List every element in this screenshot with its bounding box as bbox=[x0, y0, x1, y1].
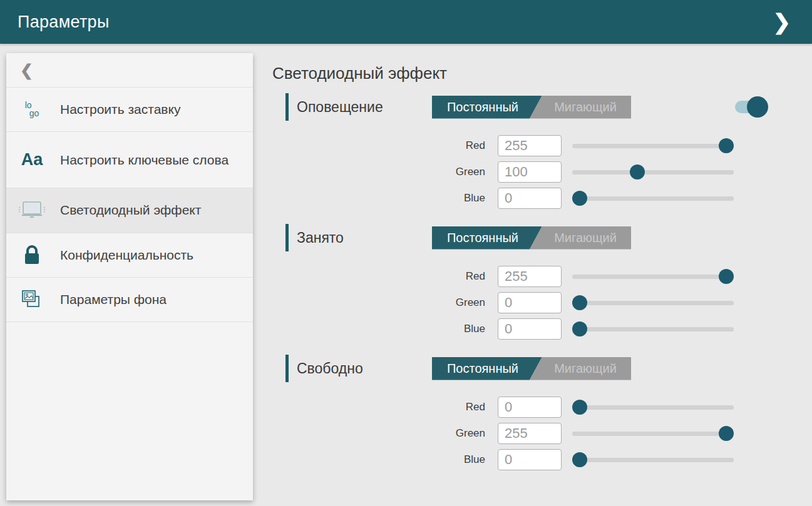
sidebar-item-label: Параметры фона bbox=[50, 278, 175, 321]
slider-track[interactable] bbox=[572, 301, 734, 305]
sidebar-item-label: Настроить ключевые слова bbox=[50, 138, 237, 182]
mode-segment-control: Постоянный Мигающий bbox=[432, 96, 631, 119]
blue-slider[interactable] bbox=[572, 188, 734, 209]
slider-label-blue: Blue bbox=[272, 192, 498, 205]
main-title: Светодиодный эффект bbox=[272, 64, 812, 83]
slider-thumb[interactable] bbox=[572, 452, 587, 467]
red-slider[interactable] bbox=[572, 135, 734, 156]
red-value-input[interactable] bbox=[498, 135, 562, 156]
slider-track[interactable] bbox=[572, 275, 734, 279]
slider-thumb[interactable] bbox=[719, 269, 734, 284]
slider-label-red: Red bbox=[272, 139, 498, 152]
section-free: Свободно Постоянный Мигающий Red Green bbox=[272, 355, 812, 470]
forward-chevron-icon[interactable]: ❯ bbox=[769, 10, 795, 34]
green-slider[interactable] bbox=[572, 161, 734, 183]
accent-bar bbox=[285, 355, 289, 382]
toggle-thumb bbox=[747, 96, 768, 118]
blue-value-input[interactable] bbox=[498, 188, 562, 209]
slider-thumb[interactable] bbox=[572, 321, 587, 336]
green-value-input[interactable] bbox=[498, 161, 562, 183]
section-notification: Оповещение Постоянный Мигающий Red Green bbox=[272, 93, 812, 209]
slider-track[interactable] bbox=[572, 170, 734, 175]
segment-constant[interactable]: Постоянный bbox=[432, 226, 542, 250]
logo-icon: logo bbox=[14, 101, 50, 118]
green-value-input[interactable] bbox=[498, 423, 562, 444]
slider-track[interactable] bbox=[572, 458, 734, 462]
slider-label-red: Red bbox=[272, 270, 498, 283]
notification-toggle[interactable] bbox=[735, 96, 768, 118]
slider-label-green: Green bbox=[272, 427, 498, 440]
slider-track[interactable] bbox=[572, 144, 734, 148]
green-value-input[interactable] bbox=[498, 292, 562, 313]
section-label: Свободно bbox=[297, 360, 432, 377]
blue-slider[interactable] bbox=[572, 318, 734, 340]
slider-label-blue: Blue bbox=[272, 453, 498, 466]
lock-icon bbox=[14, 245, 50, 266]
accent-bar bbox=[285, 93, 289, 121]
segment-blinking[interactable]: Мигающий bbox=[530, 226, 631, 250]
slider-thumb[interactable] bbox=[719, 138, 734, 153]
blue-value-input[interactable] bbox=[498, 449, 562, 470]
sidebar-item-led-effect[interactable]: Светодиодный эффект bbox=[6, 188, 253, 233]
blue-value-input[interactable] bbox=[498, 318, 562, 340]
section-label: Оповещение bbox=[297, 99, 432, 116]
red-value-input[interactable] bbox=[498, 266, 562, 287]
red-value-input[interactable] bbox=[498, 397, 562, 418]
sidebar-item-label: Светодиодный эффект bbox=[50, 188, 210, 232]
segment-constant[interactable]: Постоянный bbox=[432, 357, 542, 380]
blue-slider[interactable] bbox=[572, 449, 734, 470]
red-slider[interactable] bbox=[572, 266, 734, 287]
images-icon bbox=[14, 289, 50, 310]
segment-blinking[interactable]: Мигающий bbox=[530, 357, 631, 380]
sidebar-item-label: Конфиденциальность bbox=[50, 233, 202, 277]
mode-segment-control: Постоянный Мигающий bbox=[432, 226, 631, 250]
slider-thumb[interactable] bbox=[572, 191, 587, 206]
main-content: Светодиодный эффект Оповещение Постоянны… bbox=[272, 44, 812, 506]
text-format-icon: Aa bbox=[14, 150, 50, 170]
mode-segment-control: Постоянный Мигающий bbox=[432, 357, 631, 380]
slider-thumb[interactable] bbox=[719, 426, 734, 441]
slider-track[interactable] bbox=[572, 327, 734, 331]
sidebar-item-keywords[interactable]: Aa Настроить ключевые слова bbox=[6, 132, 253, 188]
sidebar-collapse-button[interactable]: ❮ bbox=[6, 53, 253, 88]
led-display-icon bbox=[14, 200, 50, 221]
sidebar-item-background[interactable]: Параметры фона bbox=[6, 278, 253, 322]
sidebar: ❮ logo Настроить заставку Aa Настроить к… bbox=[6, 53, 253, 500]
slider-label-green: Green bbox=[272, 166, 498, 178]
sidebar-item-screensaver[interactable]: logo Настроить заставку bbox=[6, 88, 253, 132]
slider-thumb[interactable] bbox=[572, 295, 587, 310]
green-slider[interactable] bbox=[572, 292, 734, 313]
red-slider[interactable] bbox=[572, 397, 734, 418]
app-header: Параметры ❯ bbox=[0, 0, 812, 44]
slider-thumb[interactable] bbox=[630, 164, 645, 180]
slider-thumb[interactable] bbox=[572, 400, 587, 415]
slider-track[interactable] bbox=[572, 196, 734, 201]
accent-bar bbox=[285, 224, 289, 251]
app-title: Параметры bbox=[18, 13, 110, 32]
slider-track[interactable] bbox=[572, 405, 734, 410]
section-label: Занято bbox=[297, 230, 432, 246]
back-chevron-icon: ❮ bbox=[20, 61, 33, 79]
slider-track[interactable] bbox=[572, 432, 734, 436]
section-busy: Занято Постоянный Мигающий Red Green bbox=[272, 224, 812, 340]
slider-label-green: Green bbox=[272, 296, 498, 309]
segment-constant[interactable]: Постоянный bbox=[432, 96, 542, 119]
sidebar-item-privacy[interactable]: Конфиденциальность bbox=[6, 233, 253, 278]
slider-label-blue: Blue bbox=[272, 323, 498, 335]
slider-label-red: Red bbox=[272, 401, 498, 413]
segment-blinking[interactable]: Мигающий bbox=[530, 96, 631, 119]
green-slider[interactable] bbox=[572, 423, 734, 444]
sidebar-item-label: Настроить заставку bbox=[50, 88, 189, 131]
